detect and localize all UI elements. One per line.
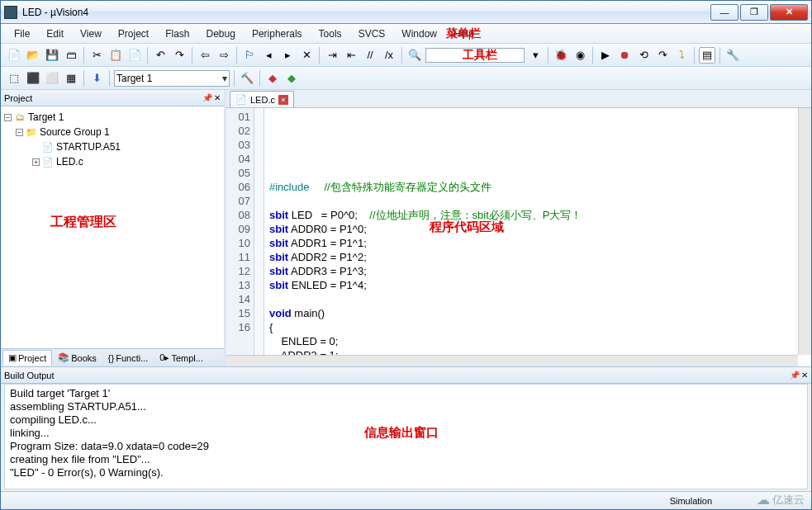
minimize-button[interactable] <box>710 4 738 21</box>
separator <box>83 70 84 87</box>
tab-project[interactable]: ▣Project <box>2 350 52 366</box>
toolbar-main: 📄 📂 💾 🗃 ✂ 📋 📄 ↶ ↷ ⇦ ⇨ 🏳 ◂ ▸ ✕ ⇥ ⇤ // /x … <box>1 44 811 67</box>
app-icon <box>4 6 17 19</box>
rebuild-icon[interactable]: ⬜ <box>44 70 60 87</box>
menu-peripherals[interactable]: Peripherals <box>244 26 311 41</box>
configure-icon[interactable]: 🔧 <box>724 47 741 64</box>
annotation-build: 信息输出窗口 <box>364 425 439 441</box>
asm-file-icon: 📄 <box>42 142 54 153</box>
menu-tools[interactable]: Tools <box>311 26 350 41</box>
menu-project[interactable]: Project <box>110 26 157 41</box>
options-icon[interactable]: 🔨 <box>239 70 255 87</box>
tree-group[interactable]: Source Group 1 <box>40 126 110 138</box>
menu-file[interactable]: File <box>6 26 38 41</box>
toolbar-build: ⬚ ⬛ ⬜ ▦ ⬇ Target 1 🔨 ◆ ◆ <box>1 67 811 90</box>
manage-icon[interactable]: ◆ <box>264 70 281 87</box>
bookmark-icon[interactable]: 🏳 <box>241 47 258 64</box>
tree-collapse-icon[interactable]: − <box>16 129 23 136</box>
code-text[interactable]: 程序代码区域 #include //包含特殊功能寄存器定义的头文件sbit LE… <box>264 108 811 366</box>
menu-flash[interactable]: Flash <box>157 26 197 41</box>
watermark: ☁ 亿速云 <box>757 492 805 508</box>
breakpoint-icon[interactable]: ◉ <box>572 47 588 64</box>
tab-templates[interactable]: 0▸Templ... <box>154 350 209 366</box>
separator <box>319 47 320 64</box>
functions-tab-icon: {} <box>108 353 114 363</box>
run-icon[interactable]: ▶ <box>597 47 614 64</box>
annotation-menubar: 菜单栏 <box>446 26 481 41</box>
build-icon[interactable]: ⬛ <box>25 70 41 87</box>
tree-collapse-icon[interactable]: − <box>4 114 12 121</box>
separator <box>236 47 237 64</box>
menu-debug[interactable]: Debug <box>198 26 244 41</box>
uncomment-icon[interactable]: /x <box>381 47 397 64</box>
separator <box>147 47 148 64</box>
bookmark-clear-icon[interactable]: ✕ <box>298 47 315 64</box>
vertical-scrollbar[interactable] <box>798 108 811 355</box>
build-output-panel: Build Output 📌 ✕ Build target 'Target 1'… <box>1 367 811 491</box>
comment-icon[interactable]: // <box>362 47 378 64</box>
fold-column <box>254 108 264 366</box>
separator <box>592 47 593 64</box>
nav-back-icon[interactable]: ⇦ <box>197 47 213 64</box>
step-icon[interactable]: ↷ <box>654 47 671 64</box>
horizontal-scrollbar[interactable] <box>226 355 798 366</box>
separator <box>401 47 402 64</box>
stop-icon[interactable]: ⏺ <box>616 47 633 64</box>
new-file-icon[interactable]: 📄 <box>6 47 22 64</box>
code-editor[interactable]: 01020304050607080910111213141516 程序代码区域 … <box>226 108 811 366</box>
separator <box>234 70 235 87</box>
indent-icon[interactable]: ⇥ <box>324 47 340 64</box>
translate-icon[interactable]: ⬚ <box>6 70 22 87</box>
status-mode: Simulation <box>670 496 712 506</box>
debug-icon[interactable]: 🐞 <box>553 47 569 64</box>
tab-close-icon[interactable]: × <box>278 95 288 105</box>
project-panel-header: Project 📌 ✕ <box>1 90 224 106</box>
project-panel: Project 📌 ✕ −🗂Target 1 −📁Source Group 1 … <box>1 90 226 366</box>
separator <box>259 70 260 87</box>
panel-close-icon[interactable]: ✕ <box>214 93 221 102</box>
reset-icon[interactable]: ⟲ <box>635 47 652 64</box>
annotation-project: 工程管理区 <box>50 214 116 231</box>
tree-file-startup[interactable]: STARTUP.A51 <box>56 141 121 153</box>
target-select[interactable]: Target 1 <box>114 70 230 87</box>
paste-icon[interactable]: 📄 <box>126 47 143 64</box>
download-icon[interactable]: ⬇ <box>88 70 105 87</box>
tab-books[interactable]: 📚Books <box>52 350 102 366</box>
save-icon[interactable]: 💾 <box>44 47 60 64</box>
find-icon[interactable]: 🔍 <box>406 47 423 64</box>
pin-icon[interactable]: 📌 <box>790 371 800 380</box>
window-layout-icon[interactable]: ▤ <box>699 47 715 64</box>
bookmark-next-icon[interactable]: ▸ <box>279 47 296 64</box>
menu-view[interactable]: View <box>72 26 110 41</box>
find-next-icon[interactable]: ▾ <box>527 47 544 64</box>
pin-icon[interactable]: 📌 <box>202 93 212 102</box>
batch-build-icon[interactable]: ▦ <box>63 70 79 87</box>
maximize-button[interactable] <box>740 4 768 21</box>
c-file-icon: 📄 <box>42 157 54 168</box>
tree-target[interactable]: Target 1 <box>28 111 64 123</box>
redo-icon[interactable]: ↷ <box>171 47 188 64</box>
menu-window[interactable]: Window <box>393 26 445 41</box>
tree-expand-icon[interactable]: + <box>32 158 40 166</box>
tab-functions[interactable]: {}Functi... <box>102 351 154 366</box>
close-button[interactable] <box>770 4 808 21</box>
window-controls <box>710 4 808 21</box>
separator <box>719 47 720 64</box>
open-icon[interactable]: 📂 <box>25 47 41 64</box>
bookmark-prev-icon[interactable]: ◂ <box>260 47 277 64</box>
annotation-toolbar: 工具栏 <box>463 48 497 63</box>
panel-close-icon[interactable]: ✕ <box>801 371 808 380</box>
editor-tab-ledc[interactable]: 📄 LED.c × <box>230 91 294 107</box>
nav-fwd-icon[interactable]: ⇨ <box>216 47 232 64</box>
save-all-icon[interactable]: 🗃 <box>63 47 79 64</box>
cut-icon[interactable]: ✂ <box>88 47 105 64</box>
main-area: Project 📌 ✕ −🗂Target 1 −📁Source Group 1 … <box>1 90 811 367</box>
outdent-icon[interactable]: ⇤ <box>343 47 359 64</box>
copy-icon[interactable]: 📋 <box>107 47 124 64</box>
tree-file-ledc[interactable]: LED.c <box>56 156 83 168</box>
menu-edit[interactable]: Edit <box>38 26 72 41</box>
stepover-icon[interactable]: ⤵ <box>673 47 690 64</box>
menu-svcs[interactable]: SVCS <box>350 26 394 41</box>
undo-icon[interactable]: ↶ <box>152 47 169 64</box>
books-icon[interactable]: ◆ <box>283 70 300 87</box>
